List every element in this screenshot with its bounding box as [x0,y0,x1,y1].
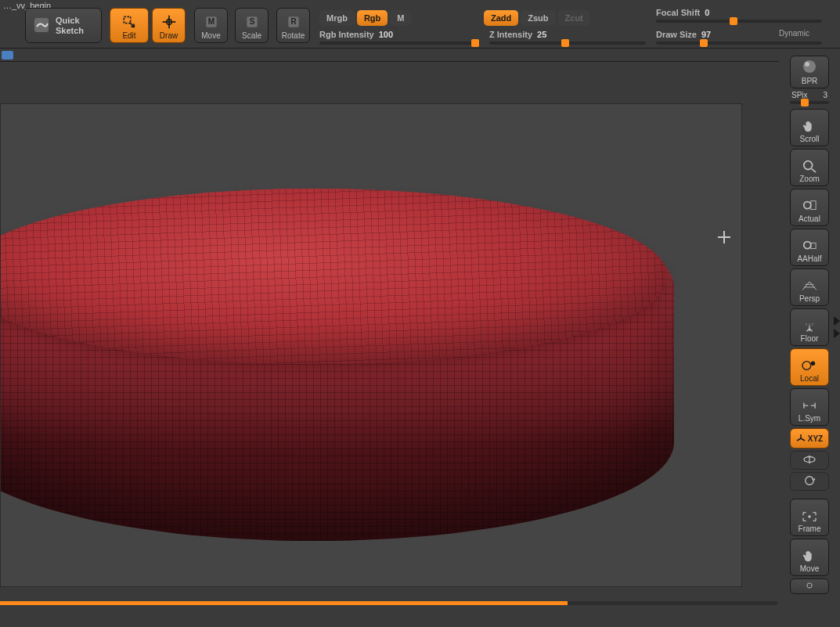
svg-text:R: R [290,17,297,26]
rail-move-button[interactable]: Move [790,539,829,576]
frame-button[interactable]: Frame [790,499,829,536]
svg-point-24 [806,477,814,485]
focal-shift-slider[interactable] [656,20,822,23]
draw-label: Draw [160,31,178,40]
svg-text:M: M [207,17,214,26]
svg-point-21 [811,362,815,366]
move-button[interactable]: M Move [194,8,228,43]
quick-sketch-label1: Quick [56,16,84,26]
svg-rect-16 [811,201,816,210]
edit-button[interactable]: Edit [110,8,149,43]
panel-grip[interactable] [829,304,840,351]
actual-label: Actual [799,214,820,223]
z-intensity-slider[interactable] [489,41,646,45]
rot-z-button[interactable] [790,472,829,491]
zsub-toggle[interactable]: Zsub [521,10,555,26]
scale-s-icon: S [244,14,260,30]
scale-label: Scale [242,31,261,40]
zadd-toggle[interactable]: Zadd [484,10,518,26]
rot-z-icon [802,475,817,486]
draw-size-label: Draw Size [656,30,697,39]
rgb-intensity-label: Rgb Intensity [319,30,374,39]
zcut-toggle[interactable]: Zcut [558,10,590,26]
svg-point-25 [808,515,811,518]
extra-icon [802,582,817,589]
svg-point-12 [805,62,809,67]
color-chip[interactable] [2,51,13,59]
edit-label: Edit [122,31,135,40]
spix-value: 3 [823,91,827,99]
spix-slider[interactable] [790,101,829,104]
svg-rect-18 [811,243,816,248]
right-tool-rail: BPR SPix 3 Scroll Zoom Actual AAHalf Per… [779,53,840,627]
zoom-icon [801,159,818,173]
aahalf-label: AAHalf [797,254,821,263]
rgb-intensity-value: 100 [379,30,393,39]
draw-size-value: 97 [701,30,711,39]
svg-point-11 [803,60,816,73]
rail-move-label: Move [800,564,819,573]
persp-label: Persp [799,294,820,303]
persp-button[interactable]: Persp [790,268,829,306]
xyz-label: XYZ [808,434,823,443]
rot-y-icon [802,454,817,465]
svg-point-17 [804,242,811,249]
rgb-toggle[interactable]: Rgb [357,10,388,26]
hand-move-icon [801,549,818,563]
lsym-icon [801,400,818,413]
edit-icon [121,14,138,30]
zoom-button[interactable]: Zoom [790,149,829,186]
rotate-button[interactable]: R Rotate [276,8,310,43]
scroll-button[interactable]: Scroll [790,109,829,146]
timeline-fill [0,601,777,605]
zoom-label: Zoom [799,175,820,183]
mrgb-toggle[interactable]: Mrgb [319,10,355,26]
axis-icon [796,434,806,443]
floor-button[interactable]: x y z Floor [790,308,829,346]
svg-rect-1 [124,16,130,23]
dynamic-label[interactable]: Dynamic [779,29,809,38]
local-label: Local [800,374,819,383]
rail-extra-button[interactable] [790,578,829,594]
rot-y-button[interactable] [790,451,829,470]
svg-text:S: S [249,17,254,26]
draw-button[interactable]: Draw [152,8,186,43]
rotate-r-icon: R [286,14,301,30]
m-toggle[interactable]: M [390,10,411,26]
xyz-button[interactable]: XYZ [790,428,829,449]
timeline-track[interactable] [0,601,777,605]
persp-icon [801,280,818,293]
cursor-crosshair-icon [718,231,730,243]
z-intensity-label: Z Intensity [489,30,532,39]
rgb-intensity-slider[interactable] [319,41,480,45]
local-icon [801,359,818,373]
svg-point-15 [804,202,811,209]
bpr-button[interactable]: BPR [790,56,829,88]
scale-button[interactable]: S Scale [235,8,269,43]
svg-point-26 [807,583,812,588]
bpr-sphere-icon [800,59,819,75]
hand-icon [801,119,818,133]
lsym-button[interactable]: L.Sym [790,388,829,426]
rotate-label: Rotate [282,31,305,40]
frame-icon [801,510,818,523]
quick-sketch-button[interactable]: Quick Sketch [25,8,102,43]
aahalf-button[interactable]: AAHalf [790,229,829,266]
svg-point-20 [802,362,811,370]
move-m-icon: M [204,14,219,30]
svg-line-14 [812,169,816,173]
frame-label: Frame [799,524,821,533]
actual-button[interactable]: Actual [790,189,829,226]
move-label: Move [201,31,220,40]
focal-shift-label: Focal Shift [656,8,700,17]
z-intensity-value: 25 [537,30,546,39]
lsym-label: L.Sym [799,414,820,423]
floor-icon: x y z [801,320,818,333]
local-button[interactable]: Local [790,348,829,386]
svg-point-13 [804,161,813,170]
quick-sketch-label2: Sketch [56,26,84,36]
focal-shift-value: 0 [705,8,709,17]
draw-size-slider[interactable] [656,41,822,45]
draw-icon [161,14,177,30]
viewport-3d[interactable] [0,103,742,587]
